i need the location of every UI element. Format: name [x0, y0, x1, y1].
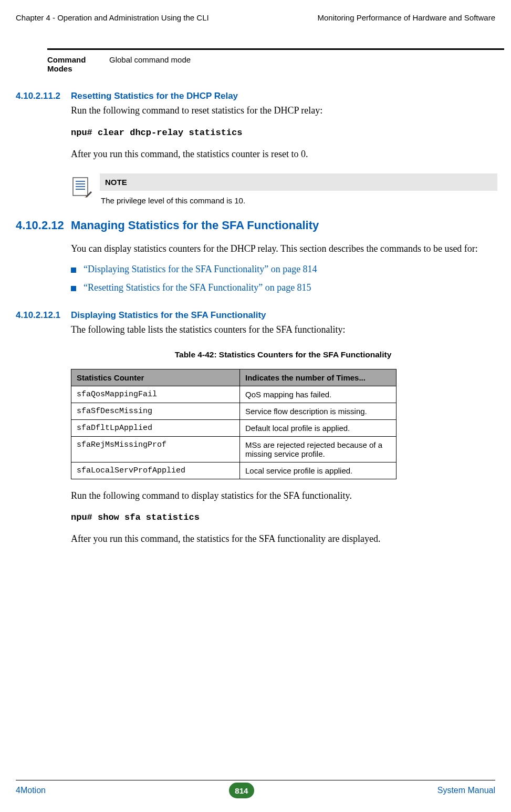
cli-command: npu# show sfa statistics [71, 512, 495, 522]
post-table-block: Run the following command to display sta… [71, 489, 495, 547]
xref-list: “Displaying Statistics for the SFA Funct… [71, 264, 495, 293]
stat-counter-name: sfaDfltLpApplied [71, 419, 240, 436]
section-title: Managing Statistics for the SFA Function… [71, 219, 495, 232]
table-row: sfaLocalServProfApplied Local service pr… [71, 462, 397, 479]
table-row: sfaSfDescMissing Service flow descriptio… [71, 403, 397, 419]
table-header: Statistics Counter [71, 369, 240, 386]
command-modes-label: Command Modes [47, 53, 109, 75]
stat-counter-desc: Service flow description is missing. [240, 403, 397, 419]
section-number: 4.10.2.12 [16, 219, 71, 232]
table-header: Indicates the number of Times... [240, 369, 397, 386]
table-caption: Table 4-42: Statistics Counters for the … [71, 350, 495, 359]
command-modes-value: Global command mode [109, 53, 206, 75]
xref-link[interactable]: “Resetting Statistics for the SFA Functi… [84, 282, 311, 293]
header-right: Monitoring Performance of Hardware and S… [318, 13, 496, 22]
section-paragraph: After you run this command, the statisti… [71, 147, 495, 162]
footer-right: System Manual [437, 786, 495, 795]
bullet-icon [71, 286, 76, 291]
table-row: sfaQosMappingFail QoS mapping has failed… [71, 386, 397, 403]
section-4-10-2-11-2: 4.10.2.11.2 Resetting Statistics for the… [16, 91, 495, 162]
stat-counter-name: sfaLocalServProfApplied [71, 462, 240, 479]
page: Chapter 4 - Operation and Administration… [0, 0, 511, 812]
page-header: Chapter 4 - Operation and Administration… [16, 13, 495, 22]
section-paragraph: Run the following command to display sta… [71, 489, 495, 503]
section-paragraph: The following table lists the statistics… [71, 323, 495, 337]
note-body: The privilege level of this command is 1… [100, 191, 497, 209]
command-modes-label-l1: Command [47, 55, 86, 64]
stat-counter-desc: MSs are rejected rejected because of a m… [240, 436, 397, 462]
list-item: “Resetting Statistics for the SFA Functi… [71, 282, 495, 293]
list-item: “Displaying Statistics for the SFA Funct… [71, 264, 495, 275]
table-row: sfaDfltLpApplied Default local profile i… [71, 419, 397, 436]
section-4-10-2-12: 4.10.2.12 Managing Statistics for the SF… [16, 219, 495, 301]
command-modes-label-l2: Modes [47, 64, 72, 73]
section-number: 4.10.2.11.2 [16, 91, 71, 101]
section-paragraph: You can display statistics counters for … [71, 242, 495, 256]
stat-counter-desc: Local service profile is applied. [240, 462, 397, 479]
cli-command: npu# clear dhcp-relay statistics [71, 128, 495, 138]
stat-counter-desc: QoS mapping has failed. [240, 386, 397, 403]
note-icon [71, 177, 100, 201]
section-paragraph: After you run this command, the statisti… [71, 532, 495, 547]
bullet-icon [71, 268, 76, 273]
section-4-10-2-12-1: 4.10.2.12.1 Displaying Statistics for th… [16, 310, 495, 337]
page-number: 814 [229, 783, 254, 798]
section-title: Resetting Statistics for the DHCP Relay [71, 91, 495, 101]
note-block: NOTE The privilege level of this command… [71, 173, 497, 209]
xref-link[interactable]: “Displaying Statistics for the SFA Funct… [84, 264, 317, 275]
section-number: 4.10.2.12.1 [16, 310, 71, 321]
section-title: Displaying Statistics for the SFA Functi… [71, 310, 495, 321]
page-footer: 4Motion 814 System Manual [0, 783, 511, 798]
stat-counter-name: sfaSfDescMissing [71, 403, 240, 419]
stat-counter-name: sfaQosMappingFail [71, 386, 240, 403]
table-row: sfaRejMsMissingProf MSs are rejected rej… [71, 436, 397, 462]
command-modes-table: Command Modes Global command mode [47, 53, 206, 75]
table-wrapper: Table 4-42: Statistics Counters for the … [71, 350, 495, 479]
sfa-stats-table: Statistics Counter Indicates the number … [71, 369, 397, 479]
stat-counter-desc: Default local profile is applied. [240, 419, 397, 436]
footer-rule [16, 780, 495, 780]
header-left: Chapter 4 - Operation and Administration… [16, 13, 209, 22]
section-paragraph: Run the following command to reset stati… [71, 104, 495, 118]
command-modes-rule [47, 48, 504, 50]
footer-left: 4Motion [16, 786, 46, 795]
stat-counter-name: sfaRejMsMissingProf [71, 436, 240, 462]
note-heading: NOTE [100, 173, 497, 191]
